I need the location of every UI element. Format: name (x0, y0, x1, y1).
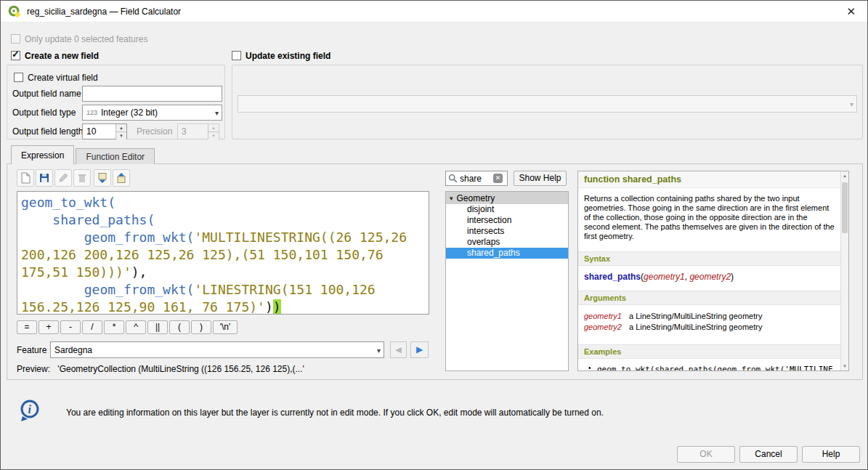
close-paren-button[interactable]: ) (191, 320, 211, 334)
create-new-field-checkbox[interactable]: ✓ (11, 51, 20, 60)
operator-buttons: = + - / * ^ || ( ) '\n' (17, 320, 238, 334)
tab-expression-label: Expression (21, 150, 64, 161)
spin-up-icon[interactable]: ▲ (116, 124, 126, 132)
only-update-label: Only update 0 selected features (25, 34, 147, 44)
import-expressions-button[interactable] (94, 169, 111, 187)
tree-item-disjoint[interactable]: disjoint (446, 204, 568, 215)
precision-value: 3 (178, 124, 208, 139)
feature-value: Sardegna (54, 345, 92, 355)
argument-row: geometry2a LineString/MultiLineString ge… (584, 322, 835, 333)
tree-item-shared-paths[interactable]: shared_paths (446, 248, 568, 259)
tab-expression[interactable]: Expression (11, 145, 74, 164)
preview-value: 'GeometryCollection (MultiLineString ((1… (57, 364, 304, 374)
precision-spinner[interactable]: 3 ▲▼ (177, 123, 219, 139)
minus-button[interactable]: - (60, 320, 81, 334)
next-feature-button[interactable]: ▶ (410, 341, 429, 358)
pencil-icon (57, 172, 69, 184)
tree-item-intersects[interactable]: intersects (446, 226, 568, 237)
show-help-button[interactable]: Show Help (514, 171, 567, 186)
feature-label: Feature (17, 345, 46, 355)
output-field-length-spinner[interactable]: 10 ▲▼ (82, 123, 127, 139)
syntax-line: shared_paths(geometry1, geometry2) (578, 266, 841, 282)
plus-button[interactable]: + (38, 320, 59, 334)
syntax-header: Syntax (578, 251, 841, 266)
precision-label: Precision (137, 126, 172, 137)
open-paren-button[interactable]: ( (169, 320, 190, 334)
chevron-down-icon: ▾ (850, 100, 853, 108)
search-input[interactable] (460, 174, 493, 184)
clear-expression-button[interactable] (17, 169, 34, 187)
tree-group-geometry[interactable]: ▾ Geometry (446, 192, 568, 204)
update-existing-field-label: Update existing field (246, 51, 330, 61)
tree-group-label: Geometry (457, 193, 495, 203)
example-code: geom_to_wkt(shared_paths(geom_from_wkt('… (597, 365, 835, 371)
syntax-function-name: shared_paths (584, 272, 641, 282)
help-button[interactable]: Help (802, 446, 860, 463)
spin-down-icon[interactable]: ▼ (116, 132, 126, 139)
cancel-button[interactable]: Cancel (739, 446, 798, 463)
edit-mode-message: You are editing information on this laye… (66, 408, 604, 418)
syntax-arg2: geometry2 (689, 272, 731, 282)
trash-icon (76, 172, 88, 184)
edit-expression-button[interactable] (54, 169, 72, 187)
update-existing-field-checkbox[interactable] (232, 51, 241, 60)
tree-item-intersection[interactable]: intersection (446, 215, 568, 226)
help-scrollbar[interactable]: ▲ ▼ (840, 171, 848, 370)
output-field-type-label: Output field type (12, 108, 76, 118)
scroll-up-icon[interactable]: ▲ (841, 174, 848, 178)
expression-editor[interactable]: geom_to_wkt( shared_paths( geom_from_wkt… (17, 191, 429, 315)
multiply-button[interactable]: * (104, 320, 124, 334)
export-expressions-button[interactable] (113, 169, 130, 187)
chevron-down-icon: ▾ (377, 346, 381, 354)
existing-field-combobox[interactable]: ▾ (238, 95, 857, 113)
syntax-paren-close: ) (731, 272, 734, 282)
spin-up-icon: ▲ (208, 124, 219, 132)
function-search-box[interactable]: ✕ (445, 171, 508, 186)
delete-expression-button[interactable] (73, 169, 91, 187)
ok-button[interactable]: OK (677, 446, 735, 463)
new-file-icon (20, 172, 31, 184)
example-item: • geom_to_wkt(shared_paths(geom_from_wkt… (578, 359, 841, 371)
output-field-name-input[interactable] (82, 86, 222, 102)
save-icon (38, 172, 50, 184)
tab-function-editor-label: Function Editor (86, 152, 145, 162)
help-title: function shared_paths (578, 171, 841, 188)
save-expression-button[interactable] (36, 169, 53, 187)
tab-function-editor[interactable]: Function Editor (76, 148, 155, 164)
concat-button[interactable]: || (147, 320, 168, 334)
power-button[interactable]: ^ (126, 320, 146, 334)
info-icon: i (18, 399, 41, 424)
expand-triangle-icon: ▾ (450, 195, 453, 202)
output-field-name-label: Output field name (12, 89, 81, 99)
argument-row: geometry1a LineString/MultiLineString ge… (584, 311, 835, 322)
arguments-header: Arguments (578, 291, 841, 305)
tree-item-overlaps[interactable]: overlaps (446, 237, 568, 248)
scroll-down-icon[interactable]: ▼ (841, 364, 848, 368)
equals-button[interactable]: = (17, 320, 37, 334)
argument-name: geometry1 (584, 311, 629, 322)
newline-button[interactable]: '\n' (213, 320, 238, 334)
examples-header: Examples (578, 344, 841, 359)
output-field-type-value: Integer (32 bit) (101, 108, 158, 118)
previous-feature-button[interactable]: ◀ (390, 341, 407, 358)
help-description: Returns a collection containing paths sh… (584, 194, 835, 241)
title-bar: reg_sicilia_sardegna — Field Calculator … (1, 1, 867, 23)
expression-code: geom_to_wkt( shared_paths( geom_from_wkt… (21, 194, 429, 315)
only-update-checkbox[interactable] (11, 34, 20, 44)
create-virtual-field-checkbox[interactable] (14, 73, 23, 82)
output-field-type-combobox[interactable]: 123 Integer (32 bit) ▾ (82, 105, 222, 121)
divide-button[interactable]: / (82, 320, 102, 334)
svg-text:i: i (28, 403, 32, 416)
syntax-arg1: geometry1 (644, 272, 685, 282)
chevron-down-icon: ▾ (215, 109, 219, 117)
left-arrow-icon: ◀ (395, 345, 401, 354)
check-icon: ✓ (12, 49, 20, 60)
argument-name: geometry2 (584, 322, 629, 333)
close-button[interactable]: ✕ (842, 5, 860, 18)
feature-combobox[interactable]: Sardegna ▾ (50, 341, 384, 358)
help-content: function shared_paths Returns a collecti… (578, 171, 841, 371)
clear-search-icon[interactable]: ✕ (493, 174, 503, 183)
scrollbar-thumb[interactable] (842, 182, 848, 233)
right-arrow-icon: ▶ (416, 344, 423, 354)
window-title: reg_sicilia_sardegna — Field Calculator (27, 7, 181, 17)
